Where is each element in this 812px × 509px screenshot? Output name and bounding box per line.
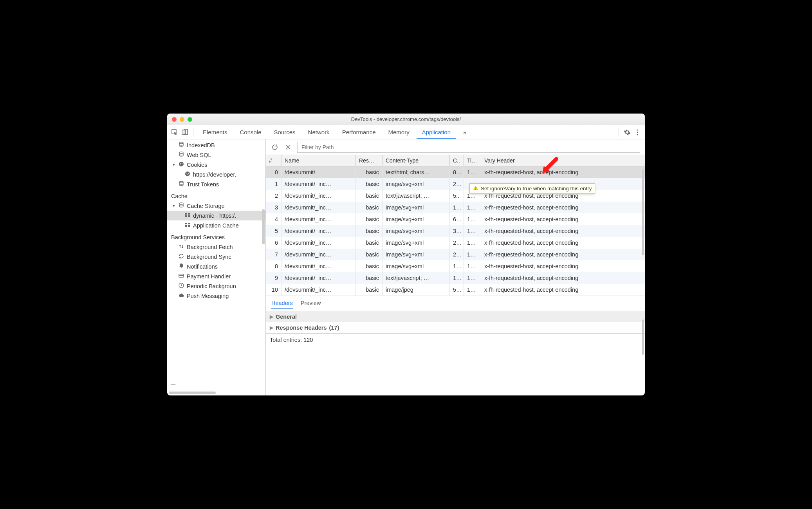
tab-sources[interactable]: Sources [269, 126, 301, 139]
sidebar-item-cache-storage[interactable]: ▼Cache Storage [167, 201, 265, 211]
sidebar-item-dynamic-https[interactable]: dynamic - https:/. [167, 211, 265, 220]
cell-time-cached: 1… [464, 166, 481, 178]
sidebar-item-indexeddb[interactable]: IndexedDB [167, 140, 265, 150]
cell-index: 5 [266, 225, 281, 237]
divider [193, 128, 193, 137]
sidebar-item-push-messaging[interactable]: Push Messaging [167, 291, 265, 301]
sidebar-item-web-sql[interactable]: Web SQL [167, 150, 265, 160]
sidebar-item-label: Application Cache [193, 222, 239, 229]
tab-console[interactable]: Console [235, 126, 267, 139]
table-row[interactable]: 4/devsummit/_inc…basicimage/svg+xml6…1…x… [266, 213, 645, 225]
bell-icon [178, 263, 184, 270]
table-row[interactable]: 0/devsummit/basictext/html; chars…8…1…x-… [266, 166, 645, 178]
table-row[interactable]: 6/devsummit/_inc…basicimage/svg+xml2…1…x… [266, 237, 645, 249]
cell-time-cached: 1… [464, 237, 481, 249]
tab-network[interactable]: Network [303, 126, 335, 139]
svg-rect-24 [185, 223, 187, 224]
delete-icon[interactable] [284, 143, 292, 152]
tabs-overflow-button[interactable]: » [458, 126, 472, 139]
updown-icon [178, 243, 184, 251]
col-response-type[interactable]: Res… [356, 155, 383, 166]
svg-point-12 [182, 165, 182, 166]
grid-icon [184, 222, 191, 229]
cell-index: 3 [266, 202, 281, 213]
cell-name: /devsummit/_inc… [281, 225, 356, 237]
sidebar-item-label: Push Messaging [187, 293, 229, 299]
sidebar-item-label: dynamic - https:/. [193, 213, 236, 219]
table-row[interactable]: 7/devsummit/_inc…basicimage/svg+xml2…1…x… [266, 249, 645, 260]
cell-index: 4 [266, 213, 281, 225]
cookie-icon [178, 161, 184, 168]
disclosure-triangle-icon: ▼ [172, 204, 176, 208]
svg-point-16 [187, 174, 188, 175]
svg-point-15 [188, 173, 189, 174]
settings-gear-icon[interactable] [623, 128, 632, 137]
svg-rect-23 [188, 215, 190, 217]
svg-rect-20 [185, 213, 187, 215]
cell-vary-header: x-fh-requested-host, accept-encoding [481, 284, 645, 296]
sidebar-item-label: Cache Storage [187, 203, 225, 209]
cell-index: 10 [266, 284, 281, 296]
sidebar-item-label: Trust Tokens [187, 181, 219, 188]
tooltip-text: Set ignoreVary to true when matching thi… [481, 186, 592, 191]
cell-name: /devsummit/_inc… [281, 260, 356, 272]
table-row[interactable]: 5/devsummit/_inc…basicimage/svg+xml3…1…x… [266, 225, 645, 237]
sidebar-item-https-developer[interactable]: https://developer. [167, 170, 265, 179]
devtools-window: DevTools - developer.chrome.com/tags/dev… [167, 114, 645, 395]
table-row[interactable]: 8/devsummit/_inc…basicimage/svg+xml1…1…x… [266, 260, 645, 272]
col-name[interactable]: Name [281, 155, 356, 166]
refresh-icon[interactable] [271, 143, 279, 152]
sidebar-item-background-sync[interactable]: Background Sync [167, 252, 265, 262]
tab-performance[interactable]: Performance [337, 126, 381, 139]
cell-content-length: 1… [450, 202, 464, 213]
cell-content-type: image/svg+xml [383, 249, 450, 260]
col-content-length[interactable]: C.. [450, 155, 464, 166]
tab-elements[interactable]: Elements [197, 126, 233, 139]
svg-rect-25 [188, 223, 190, 224]
tab-headers[interactable]: Headers [271, 298, 293, 309]
sidebar-item-trust-tokens[interactable]: Trust Tokens [167, 179, 265, 189]
sidebar-item-cookies[interactable]: ▼Cookies [167, 160, 265, 170]
sidebar-item-periodic-backgroun[interactable]: Periodic Backgroun [167, 281, 265, 291]
details-scrollbar[interactable] [642, 319, 644, 355]
filter-by-path-input[interactable] [297, 142, 640, 153]
inspect-element-icon[interactable] [170, 128, 179, 137]
sidebar-hscrollbar[interactable] [169, 392, 216, 394]
sidebar-item-payment-handler[interactable]: Payment Handler [167, 271, 265, 281]
cell-index: 1 [266, 178, 281, 190]
sidebar-item-label: Web SQL [187, 152, 211, 158]
svg-rect-22 [185, 215, 187, 217]
table-row[interactable]: 10/devsummit/_inc…basicimage/jpeg5…1…x-f… [266, 284, 645, 296]
svg-point-28 [181, 267, 182, 269]
section-response-headers[interactable]: ▶ Response Headers (17) [266, 322, 645, 333]
kebab-menu-icon[interactable] [633, 128, 642, 137]
cell-vary-header: x-fh-requested-host, accept-encoding [481, 213, 645, 225]
tab-preview[interactable]: Preview [301, 298, 321, 309]
svg-rect-32 [475, 187, 476, 189]
tab-memory[interactable]: Memory [383, 126, 415, 139]
table-row[interactable]: 3/devsummit/_inc…basicimage/svg+xml1…1…x… [266, 202, 645, 213]
cell-content-length: 3… [450, 225, 464, 237]
cell-response-type: basic [356, 178, 383, 190]
tab-application[interactable]: Application [417, 126, 456, 139]
table-row[interactable]: 9/devsummit/_inc…basictext/javascript; …… [266, 272, 645, 284]
cell-index: 6 [266, 237, 281, 249]
svg-point-18 [179, 181, 183, 183]
disclosure-triangle-icon: ▼ [172, 162, 176, 167]
sidebar-resize-handle[interactable]: – [171, 383, 175, 385]
section-general-label: General [276, 314, 297, 320]
col-content-type[interactable]: Content-Type [383, 155, 450, 166]
col-time-cached[interactable]: Ti… [464, 155, 481, 166]
device-toggle-icon[interactable] [180, 128, 189, 137]
cell-time-cached: 1… [464, 260, 481, 272]
sidebar-item-application-cache[interactable]: Application Cache [167, 220, 265, 230]
sidebar-scrollbar[interactable] [262, 209, 265, 244]
col-vary-header[interactable]: Vary Header [481, 155, 645, 166]
col-index[interactable]: # [266, 155, 281, 166]
warning-icon [473, 185, 478, 192]
main-scrollbar[interactable] [642, 169, 644, 255]
sidebar-item-notifications[interactable]: Notifications [167, 262, 265, 271]
window-title: DevTools - developer.chrome.com/tags/dev… [167, 116, 645, 122]
sidebar-item-background-fetch[interactable]: Background Fetch [167, 242, 265, 252]
section-general[interactable]: ▶ General [266, 311, 645, 322]
